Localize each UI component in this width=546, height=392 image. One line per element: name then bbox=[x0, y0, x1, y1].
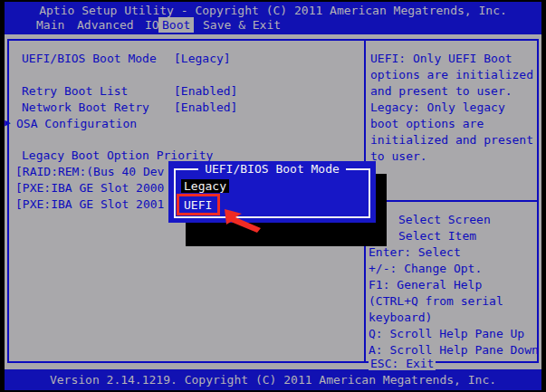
option-value-network-boot-retry[interactable]: [Enabled] bbox=[174, 100, 237, 114]
help-text-line: initialized and present bbox=[370, 133, 533, 147]
key-legend-row-keyboard: keyboard) bbox=[369, 311, 432, 324]
key-legend-esc-exit: ESC: Exit bbox=[369, 357, 436, 370]
boot-priority-item-raid[interactable]: [RAID:REM:(Bus 40 Dev bbox=[15, 165, 164, 178]
option-label-retry-boot-list[interactable]: Retry Boot List bbox=[22, 84, 128, 98]
key-legend-row-scroll-up: Q: Scroll Help Pane Up bbox=[369, 327, 524, 340]
key-legend-row-ctrl-q: (CTRL+Q from serial bbox=[369, 294, 503, 308]
footer-text: Version 2.14.1219. Copyright (C) 2011 Am… bbox=[5, 373, 541, 387]
option-label-osa-configuration[interactable]: OSA Configuration bbox=[16, 117, 137, 130]
key-legend-row-change-opt: +/-: Change Opt. bbox=[369, 262, 482, 275]
help-text-line: options are initialized bbox=[370, 68, 533, 81]
boot-priority-item-pxe-2000[interactable]: [PXE:IBA GE Slot 2000 bbox=[15, 181, 164, 195]
key-legend-row-select-item: Select Item bbox=[398, 229, 476, 243]
help-text-line: boot options are bbox=[370, 117, 484, 130]
help-text-line: UEFI: Only UEFI Boot bbox=[370, 52, 512, 65]
key-legend-row-general-help: F1: General Help bbox=[369, 278, 482, 292]
help-text-line: and present to user. bbox=[370, 84, 512, 98]
app-title: Aptio Setup Utility - Copyright (C) 2011… bbox=[5, 4, 541, 17]
annotation-arrow-icon bbox=[217, 205, 264, 235]
popup-title: UEFI/BIOS Boot Mode bbox=[198, 162, 346, 176]
tab-main[interactable]: Main bbox=[33, 17, 68, 33]
option-label-uefi-bios-boot-mode[interactable]: UEFI/BIOS Boot Mode bbox=[22, 52, 157, 65]
boot-priority-item-pxe-2001[interactable]: [PXE:IBA GE Slot 2001 bbox=[15, 197, 164, 211]
group-title-legacy-boot-priority: Legacy Boot Option Priority bbox=[22, 148, 213, 162]
key-legend-row-scroll-down: A: Scroll Help Pane Down bbox=[369, 343, 539, 357]
option-label-network-boot-retry[interactable]: Network Boot Retry bbox=[22, 100, 149, 114]
option-value-retry-boot-list[interactable]: [Enabled] bbox=[174, 84, 237, 98]
tab-advanced[interactable]: Advanced bbox=[73, 17, 138, 33]
popup-option-legacy[interactable]: Legacy bbox=[181, 179, 229, 193]
tab-boot[interactable]: Boot bbox=[158, 17, 194, 33]
annotation-box bbox=[177, 194, 220, 215]
help-pane-separator bbox=[365, 200, 539, 202]
tab-save-exit[interactable]: Save & Exit bbox=[199, 17, 284, 33]
submenu-arrow-icon: ▶ bbox=[5, 116, 11, 129]
bios-setup-screen: Aptio Setup Utility - Copyright (C) 2011… bbox=[0, 0, 546, 392]
option-value-uefi-bios-boot-mode[interactable]: [Legacy] bbox=[174, 52, 231, 65]
key-legend-row-enter: Enter: Select bbox=[369, 245, 461, 259]
key-legend-row-select-screen: Select Screen bbox=[398, 213, 491, 226]
help-text-line: Legacy: Only legacy bbox=[370, 100, 505, 114]
help-text-line: to user. bbox=[370, 149, 427, 163]
